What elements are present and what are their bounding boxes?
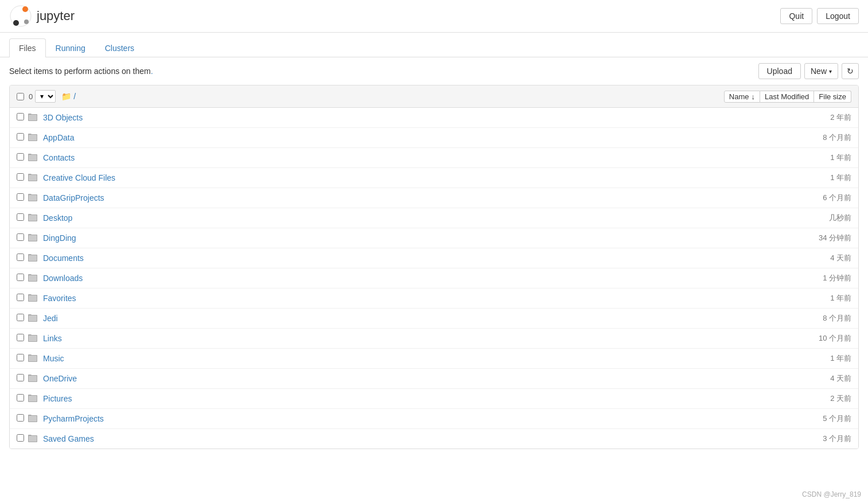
file-checkbox[interactable]: [17, 394, 24, 401]
file-checkbox[interactable]: [17, 113, 24, 120]
folder-icon-header: 📁: [61, 92, 71, 101]
refresh-button[interactable]: ↻: [842, 63, 859, 79]
path-folder[interactable]: 📁 /: [61, 92, 76, 101]
file-modified: 2 年前: [737, 112, 851, 123]
row-checkbox-11[interactable]: [17, 334, 28, 343]
svg-point-2: [13, 20, 19, 26]
table-row: Contacts 1 年前: [10, 148, 858, 168]
file-checkbox[interactable]: [17, 193, 24, 201]
row-checkbox-7[interactable]: [17, 254, 28, 263]
header: jupyter Quit Logout: [0, 0, 868, 33]
file-modified: 6 个月前: [737, 193, 851, 203]
svg-rect-5: [29, 135, 37, 141]
file-name-link[interactable]: OneDrive: [41, 374, 737, 383]
file-checkbox[interactable]: [17, 233, 24, 241]
row-checkbox-14[interactable]: [17, 394, 28, 403]
row-checkbox-6[interactable]: [17, 233, 28, 243]
row-checkbox-5[interactable]: [17, 213, 28, 223]
file-checkbox[interactable]: [17, 414, 24, 422]
folder-icon: [28, 394, 41, 404]
folder-icon: [28, 314, 41, 323]
file-modified: 8 个月前: [737, 132, 851, 143]
file-name-link[interactable]: Music: [41, 354, 737, 363]
jupyter-logo-icon: [9, 5, 32, 28]
row-checkbox-1[interactable]: [17, 133, 28, 142]
file-name-link[interactable]: Desktop: [41, 213, 737, 223]
table-row: Creative Cloud Files 1 年前: [10, 168, 858, 188]
svg-rect-11: [29, 255, 37, 261]
row-checkbox-15[interactable]: [17, 414, 28, 423]
toolbar-right: Upload New ▾ ↻: [758, 63, 859, 79]
table-row: Links 10 个月前: [10, 329, 858, 349]
select-dropdown[interactable]: ▾: [35, 90, 56, 103]
upload-button[interactable]: Upload: [758, 63, 801, 79]
file-name-link[interactable]: AppData: [41, 133, 737, 142]
file-checkbox[interactable]: [17, 213, 24, 221]
sort-size-button[interactable]: File size: [814, 91, 851, 103]
quit-button[interactable]: Quit: [780, 8, 812, 24]
file-checkbox[interactable]: [17, 254, 24, 261]
file-name-link[interactable]: Favorites: [41, 294, 737, 303]
folder-icon: [28, 374, 41, 384]
row-checkbox-2[interactable]: [17, 153, 28, 162]
file-checkbox[interactable]: [17, 173, 24, 181]
folder-icon: [28, 434, 41, 444]
file-checkbox[interactable]: [17, 274, 24, 281]
folder-icon: [28, 133, 41, 143]
file-checkbox[interactable]: [17, 334, 24, 341]
table-row: 3D Objects 2 年前: [10, 108, 858, 128]
row-checkbox-8[interactable]: [17, 274, 28, 283]
file-checkbox[interactable]: [17, 133, 24, 141]
file-name-link[interactable]: Saved Games: [41, 434, 737, 443]
table-row: Music 1 年前: [10, 349, 858, 369]
row-checkbox-13[interactable]: [17, 374, 28, 383]
file-name-link[interactable]: Creative Cloud Files: [41, 173, 737, 182]
row-checkbox-12[interactable]: [17, 354, 28, 363]
sort-name-button[interactable]: Name ↓: [724, 91, 760, 103]
file-name-link[interactable]: Downloads: [41, 274, 737, 283]
folder-icon: [28, 233, 41, 243]
svg-rect-20: [29, 436, 37, 442]
svg-rect-8: [29, 195, 37, 201]
file-checkbox[interactable]: [17, 314, 24, 321]
file-name-link[interactable]: DataGripProjects: [41, 193, 737, 202]
file-checkbox[interactable]: [17, 374, 24, 381]
tab-files[interactable]: Files: [9, 38, 46, 57]
file-name-link[interactable]: 3D Objects: [41, 113, 737, 122]
select-hint-link[interactable]: .: [151, 67, 153, 76]
row-checkbox-3[interactable]: [17, 173, 28, 182]
svg-point-3: [24, 20, 29, 24]
file-name-link[interactable]: PycharmProjects: [41, 414, 737, 423]
file-name-link[interactable]: Jedi: [41, 314, 737, 323]
file-checkbox[interactable]: [17, 434, 24, 442]
new-button[interactable]: New ▾: [804, 63, 838, 79]
file-name-link[interactable]: DingDing: [41, 233, 737, 243]
file-name-link[interactable]: Documents: [41, 254, 737, 263]
folder-icon: [28, 173, 41, 183]
folder-icon: [28, 153, 41, 163]
select-all-checkbox[interactable]: [17, 93, 24, 100]
row-checkbox-4[interactable]: [17, 193, 28, 202]
item-count: 0: [29, 92, 33, 101]
svg-rect-7: [29, 175, 37, 181]
svg-rect-15: [29, 336, 37, 341]
table-row: PycharmProjects 5 个月前: [10, 409, 858, 429]
file-checkbox[interactable]: [17, 294, 24, 301]
file-name-link[interactable]: Pictures: [41, 394, 737, 403]
table-row: Desktop 几秒前: [10, 208, 858, 228]
row-checkbox-16[interactable]: [17, 434, 28, 443]
logout-button[interactable]: Logout: [817, 8, 859, 24]
tab-clusters[interactable]: Clusters: [95, 38, 144, 57]
row-checkbox-9[interactable]: [17, 294, 28, 303]
row-checkbox-10[interactable]: [17, 314, 28, 323]
file-name-link[interactable]: Contacts: [41, 153, 737, 162]
file-modified: 3 个月前: [737, 434, 851, 444]
file-checkbox[interactable]: [17, 153, 24, 161]
tab-running[interactable]: Running: [46, 38, 95, 57]
sort-modified-button[interactable]: Last Modified: [760, 91, 814, 103]
logo-text: jupyter: [37, 9, 75, 24]
table-row: AppData 8 个月前: [10, 128, 858, 148]
row-checkbox-0[interactable]: [17, 113, 28, 122]
file-name-link[interactable]: Links: [41, 334, 737, 343]
file-checkbox[interactable]: [17, 354, 24, 361]
